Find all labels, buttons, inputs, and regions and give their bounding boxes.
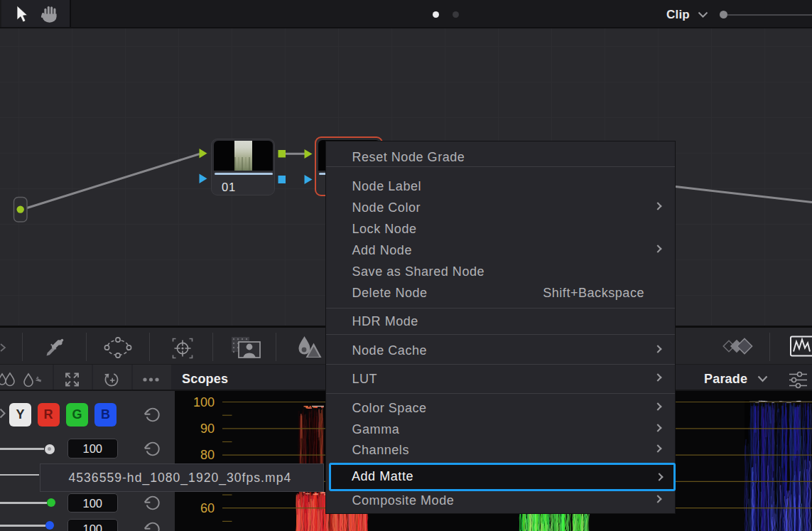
- svg-text:80: 80: [200, 448, 215, 462]
- svg-text:100: 100: [193, 395, 215, 409]
- svg-text:90: 90: [200, 422, 215, 436]
- svg-text:60: 60: [200, 501, 215, 515]
